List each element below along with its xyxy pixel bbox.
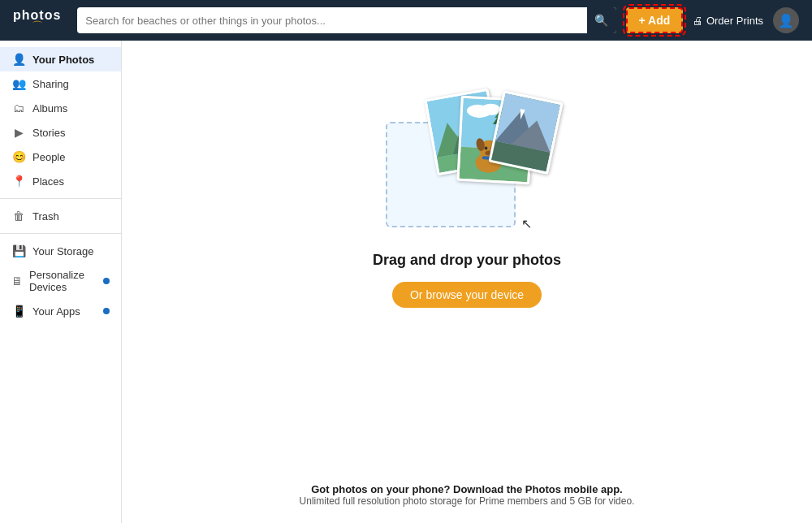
devices-notification-dot bbox=[103, 278, 110, 284]
apps-icon: 📱 bbox=[11, 305, 26, 318]
apps-notification-dot bbox=[103, 308, 110, 314]
drop-zone-area: ↖ Drag and drop your photos Or browse yo… bbox=[373, 89, 561, 308]
sidebar-label-stories: Stories bbox=[32, 127, 65, 139]
sidebar-divider bbox=[0, 198, 121, 199]
sidebar-item-people[interactable]: 😊 People bbox=[0, 145, 121, 169]
sidebar-item-stories[interactable]: ▶ Stories bbox=[0, 120, 121, 145]
sidebar-item-your-storage[interactable]: 💾 Your Storage bbox=[0, 239, 121, 263]
search-input[interactable] bbox=[77, 15, 586, 27]
person-icon: 👤 bbox=[11, 53, 26, 66]
photo-stack bbox=[426, 89, 556, 215]
photo-illustration: ↖ bbox=[378, 89, 556, 236]
footer-main-text: Got photos on your phone? Download the P… bbox=[311, 483, 622, 495]
album-icon: 🗂 bbox=[11, 102, 26, 115]
sidebar-item-personalize-devices[interactable]: 🖥 Personalize Devices bbox=[0, 263, 121, 299]
sidebar-label-places: Places bbox=[32, 175, 64, 188]
avatar-button[interactable]: 👤 bbox=[773, 7, 799, 33]
sidebar-item-your-apps[interactable]: 📱 Your Apps bbox=[0, 299, 121, 323]
drag-drop-title: Drag and drop your photos bbox=[373, 252, 561, 269]
content-area: ↖ Drag and drop your photos Or browse yo… bbox=[122, 41, 812, 523]
sidebar-label-personalize-devices: Personalize Devices bbox=[29, 269, 97, 293]
sidebar-label-your-storage: Your Storage bbox=[32, 245, 93, 257]
order-prints-button[interactable]: 🖨 Order Prints bbox=[693, 15, 763, 27]
sidebar-label-sharing: Sharing bbox=[32, 78, 69, 90]
trash-icon: 🗑 bbox=[11, 210, 26, 223]
stories-icon: ▶ bbox=[11, 126, 26, 139]
sidebar-item-trash[interactable]: 🗑 Trash bbox=[0, 204, 121, 228]
search-button[interactable]: 🔍 bbox=[587, 7, 616, 33]
add-button[interactable]: + Add bbox=[626, 7, 684, 33]
logo: photos ⌒ bbox=[13, 9, 61, 32]
sidebar-label-your-photos: Your Photos bbox=[32, 54, 94, 66]
search-bar: 🔍 bbox=[77, 7, 615, 33]
sidebar-divider-2 bbox=[0, 233, 121, 234]
sidebar-item-your-photos[interactable]: 👤 Your Photos bbox=[0, 47, 121, 71]
sidebar-label-your-apps: Your Apps bbox=[32, 305, 80, 318]
sharing-icon: 👥 bbox=[11, 77, 26, 90]
logo-arrow: ⌒ bbox=[32, 20, 43, 32]
sidebar-item-sharing[interactable]: 👥 Sharing bbox=[0, 71, 121, 96]
sidebar-label-trash: Trash bbox=[32, 210, 59, 223]
places-icon: 📍 bbox=[11, 175, 26, 188]
footer-sub-text: Unlimited full resolution photo storage … bbox=[300, 495, 635, 507]
browse-device-button[interactable]: Or browse your device bbox=[392, 282, 542, 308]
cursor-icon: ↖ bbox=[521, 216, 532, 231]
people-icon: 😊 bbox=[11, 150, 26, 163]
sidebar-item-places[interactable]: 📍 Places bbox=[0, 169, 121, 193]
sidebar-item-albums[interactable]: 🗂 Albums bbox=[0, 96, 121, 120]
storage-icon: 💾 bbox=[11, 244, 26, 257]
devices-icon: 🖥 bbox=[11, 274, 23, 287]
sidebar-label-people: People bbox=[32, 151, 65, 163]
sidebar-label-albums: Albums bbox=[32, 102, 67, 115]
sidebar: 👤 Your Photos 👥 Sharing 🗂 Albums ▶ Stori… bbox=[0, 41, 122, 523]
main-layout: 👤 Your Photos 👥 Sharing 🗂 Albums ▶ Stori… bbox=[0, 41, 812, 523]
footer-text: Got photos on your phone? Download the P… bbox=[300, 483, 635, 507]
header: photos ⌒ 🔍 + Add 🖨 Order Prints 👤 bbox=[0, 0, 812, 41]
